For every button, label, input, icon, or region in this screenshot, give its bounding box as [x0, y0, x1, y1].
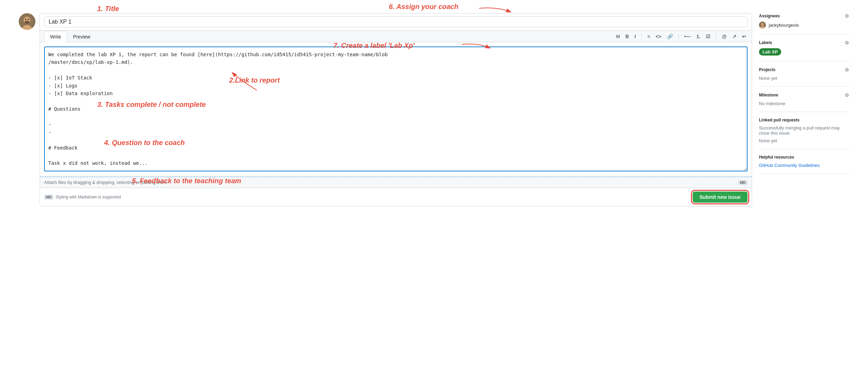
md-badge-footer: MD: [44, 195, 53, 200]
labels-title: Labels: [759, 40, 772, 45]
markdown-support-text: Styling with Markdown is supported: [56, 195, 121, 200]
sidebar-assignees-section: Assignees ⚙ jackybourgeois: [759, 13, 849, 34]
toolbar-undo[interactable]: ↩: [741, 32, 748, 41]
milestone-header: Milestone ⚙: [759, 92, 849, 98]
sidebar-projects-section: Projects ⚙ None yet: [759, 61, 849, 87]
title-bar: [40, 14, 752, 31]
assignees-header: Assignees ⚙: [759, 13, 849, 19]
footer-bar: MD Styling with Markdown is supported Su…: [40, 188, 752, 206]
sidebar-helpful-section: Helpful resources GitHub Community Guide…: [759, 149, 849, 174]
sidebar-milestone-section: Milestone ⚙ No milestone: [759, 87, 849, 112]
svg-point-4: [28, 19, 29, 20]
toolbar-ordered-list[interactable]: 1.: [695, 32, 702, 41]
user-avatar: [19, 13, 35, 30]
footer-left: MD Styling with Markdown is supported: [44, 195, 121, 200]
linked-pr-value: None yet: [759, 138, 777, 143]
projects-gear-icon[interactable]: ⚙: [845, 67, 849, 73]
projects-header: Projects ⚙: [759, 67, 849, 73]
editor-tabs: Write Preview: [44, 31, 96, 42]
toolbar-unordered-list[interactable]: •—: [683, 32, 692, 41]
svg-point-5: [25, 21, 30, 24]
linked-pr-description: Successfully merging a pull request may …: [759, 125, 849, 136]
assignees-gear-icon[interactable]: ⚙: [845, 13, 849, 19]
editor-body: We completed the lab XP 1, the report ca…: [40, 42, 752, 177]
tabs-toolbar: Write Preview H B I ≡ <> 🔗 •— 1.: [40, 31, 752, 42]
linked-pr-title: Linked pull requests: [759, 118, 800, 122]
svg-point-7: [761, 23, 764, 26]
toolbar-task-list[interactable]: ☑: [704, 32, 712, 41]
helpful-title: Helpful resources: [759, 155, 794, 160]
tab-write[interactable]: Write: [44, 31, 67, 42]
toolbar-sep-2: [678, 34, 679, 39]
toolbar-icons: H B I ≡ <> 🔗 •— 1. ☑ @ ↗ ↩: [615, 32, 748, 41]
linked-pr-header: Linked pull requests: [759, 118, 849, 122]
md-badge-attach: MD: [738, 180, 748, 185]
toolbar-heading[interactable]: H: [615, 32, 621, 41]
sidebar-linked-pr-section: Linked pull requests Successfully mergin…: [759, 112, 849, 149]
helpful-header: Helpful resources: [759, 155, 849, 160]
milestone-title: Milestone: [759, 93, 778, 98]
right-sidebar: Assignees ⚙ jackybourgeois: [759, 13, 849, 206]
labels-gear-icon[interactable]: ⚙: [845, 40, 849, 45]
assignee-username: jackybourgeois: [769, 23, 799, 28]
toolbar-bold[interactable]: B: [624, 32, 630, 41]
assignees-title: Assignees: [759, 14, 780, 18]
assignee-avatar: [759, 22, 766, 28]
labels-header: Labels ⚙: [759, 40, 849, 45]
toolbar-mention[interactable]: @: [720, 32, 728, 41]
projects-value: None yet: [759, 76, 777, 81]
assignee-row: jackybourgeois: [759, 22, 849, 28]
toolbar-ref[interactable]: ↗: [731, 32, 738, 41]
toolbar-code[interactable]: <>: [654, 32, 662, 41]
toolbar-sep-1: [641, 34, 642, 39]
milestone-value: No milestone: [759, 101, 785, 106]
label-lab-xp[interactable]: Lab XP: [759, 48, 781, 56]
github-guidelines-link[interactable]: GitHub Community Guidelines: [759, 163, 820, 168]
attach-bar: Attach files by dragging & dropping, sel…: [40, 177, 752, 188]
toolbar-link[interactable]: 🔗: [666, 32, 674, 41]
projects-title: Projects: [759, 67, 775, 72]
tab-preview[interactable]: Preview: [67, 31, 96, 42]
editor-textarea[interactable]: We completed the lab XP 1, the report ca…: [44, 46, 748, 171]
svg-point-3: [25, 19, 26, 20]
toolbar-quote[interactable]: ≡: [646, 32, 651, 41]
toolbar-sep-3: [716, 34, 716, 39]
submit-new-issue-button[interactable]: Submit new issue: [693, 192, 748, 203]
title-input[interactable]: [44, 16, 748, 27]
milestone-gear-icon[interactable]: ⚙: [845, 92, 849, 98]
attach-text: Attach files by dragging & dropping, sel…: [44, 180, 168, 185]
toolbar-italic[interactable]: I: [633, 32, 637, 41]
sidebar-labels-section: Labels ⚙ Lab XP: [759, 34, 849, 61]
